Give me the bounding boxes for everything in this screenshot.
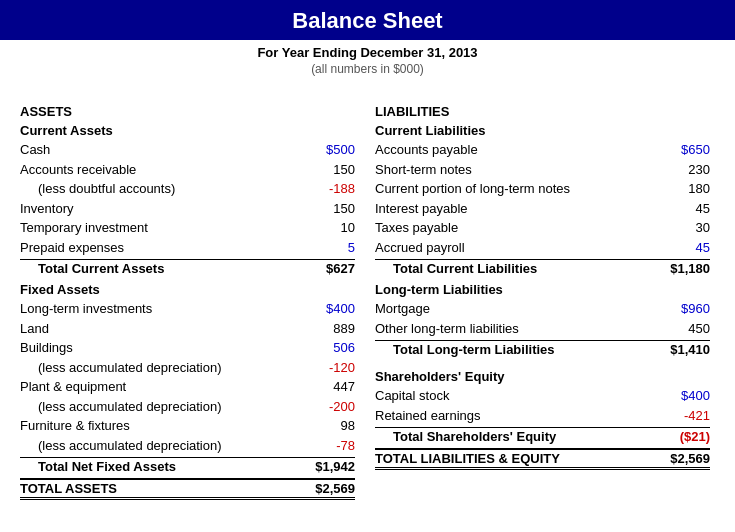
item-value: $960 xyxy=(650,299,710,319)
item-label: Long-term investments xyxy=(20,299,295,319)
item-value: $500 xyxy=(295,140,355,160)
list-item: Capital stock $400 xyxy=(375,386,710,406)
list-item: Mortgage $960 xyxy=(375,299,710,319)
subtitle: For Year Ending December 31, 2013 xyxy=(0,45,735,60)
item-label: (less accumulated depreciation) xyxy=(20,358,295,378)
item-label: Capital stock xyxy=(375,386,650,406)
list-item: Long-term investments $400 xyxy=(20,299,355,319)
subtitle2: (all numbers in $000) xyxy=(0,62,735,76)
header: Balance Sheet xyxy=(0,0,735,40)
item-value: $400 xyxy=(650,386,710,406)
item-value: 98 xyxy=(295,416,355,436)
item-value: 180 xyxy=(650,179,710,199)
item-value: 150 xyxy=(295,199,355,219)
item-label: Short-term notes xyxy=(375,160,650,180)
item-label: Temporary investment xyxy=(20,218,295,238)
longterm-liabilities-label: Long-term Liabilities xyxy=(375,282,710,297)
item-value: 30 xyxy=(650,218,710,238)
total-value: $1,942 xyxy=(295,459,355,474)
list-item: Prepaid expenses 5 xyxy=(20,238,355,258)
grand-total-label: TOTAL LIABILITIES & EQUITY xyxy=(375,451,650,466)
list-item: Cash $500 xyxy=(20,140,355,160)
total-label: Total Current Liabilities xyxy=(375,261,650,276)
item-value: $650 xyxy=(650,140,710,160)
total-label: Total Long-term Liabilities xyxy=(375,342,650,357)
item-value: 45 xyxy=(650,238,710,258)
grand-total-label: TOTAL ASSETS xyxy=(20,481,295,496)
list-item: (less doubtful accounts) -188 xyxy=(20,179,355,199)
list-item: Taxes payable 30 xyxy=(375,218,710,238)
item-value: -188 xyxy=(295,179,355,199)
item-label: Inventory xyxy=(20,199,295,219)
assets-section-label: ASSETS xyxy=(20,104,355,119)
total-label: Total Net Fixed Assets xyxy=(20,459,295,474)
item-label: Interest payable xyxy=(375,199,650,219)
list-item: Interest payable 45 xyxy=(375,199,710,219)
item-value: 230 xyxy=(650,160,710,180)
page-title: Balance Sheet xyxy=(0,8,735,34)
total-fixed-assets: Total Net Fixed Assets $1,942 xyxy=(20,457,355,474)
total-current-liabilities: Total Current Liabilities $1,180 xyxy=(375,259,710,276)
list-item: Land 889 xyxy=(20,319,355,339)
total-label: Total Shareholders' Equity xyxy=(375,429,650,444)
item-label: Taxes payable xyxy=(375,218,650,238)
list-item: Furniture & fixtures 98 xyxy=(20,416,355,436)
item-label: Land xyxy=(20,319,295,339)
item-label: Accounts payable xyxy=(375,140,650,160)
item-label: Cash xyxy=(20,140,295,160)
item-value: 10 xyxy=(295,218,355,238)
total-value: $1,410 xyxy=(650,342,710,357)
total-label: Total Current Assets xyxy=(20,261,295,276)
item-label: Buildings xyxy=(20,338,295,358)
item-value: -78 xyxy=(295,436,355,456)
total-liabilities-equity: TOTAL LIABILITIES & EQUITY $2,569 xyxy=(375,448,710,470)
item-label: Furniture & fixtures xyxy=(20,416,295,436)
list-item: Accounts receivable 150 xyxy=(20,160,355,180)
item-value: 447 xyxy=(295,377,355,397)
item-value: 450 xyxy=(650,319,710,339)
list-item: (less accumulated depreciation) -200 xyxy=(20,397,355,417)
list-item: Temporary investment 10 xyxy=(20,218,355,238)
item-label: Prepaid expenses xyxy=(20,238,295,258)
item-label: Current portion of long-term notes xyxy=(375,179,650,199)
liabilities-section-label: LIABILITIES xyxy=(375,104,710,119)
total-value: $1,180 xyxy=(650,261,710,276)
list-item: Inventory 150 xyxy=(20,199,355,219)
item-value: 889 xyxy=(295,319,355,339)
item-value: 150 xyxy=(295,160,355,180)
fixed-assets-label: Fixed Assets xyxy=(20,282,355,297)
item-label: Retained earnings xyxy=(375,406,650,426)
item-label: Accounts receivable xyxy=(20,160,295,180)
list-item: Accounts payable $650 xyxy=(375,140,710,160)
total-value: ($21) xyxy=(650,429,710,444)
item-value: 506 xyxy=(295,338,355,358)
total-value: $627 xyxy=(295,261,355,276)
total-longterm-liabilities: Total Long-term Liabilities $1,410 xyxy=(375,340,710,357)
current-assets-label: Current Assets xyxy=(20,123,355,138)
list-item: Current portion of long-term notes 180 xyxy=(375,179,710,199)
item-value: 5 xyxy=(295,238,355,258)
list-item: (less accumulated depreciation) -120 xyxy=(20,358,355,378)
list-item: (less accumulated depreciation) -78 xyxy=(20,436,355,456)
item-label: (less doubtful accounts) xyxy=(20,179,295,199)
item-value: 45 xyxy=(650,199,710,219)
item-label: Plant & equipment xyxy=(20,377,295,397)
list-item: Buildings 506 xyxy=(20,338,355,358)
item-value: -200 xyxy=(295,397,355,417)
item-value: -421 xyxy=(650,406,710,426)
liabilities-column: LIABILITIES Current Liabilities Accounts… xyxy=(365,96,720,500)
equity-label: Shareholders' Equity xyxy=(375,369,710,384)
total-equity: Total Shareholders' Equity ($21) xyxy=(375,427,710,444)
item-label: Accrued payroll xyxy=(375,238,650,258)
current-liabilities-label: Current Liabilities xyxy=(375,123,710,138)
grand-total-value: $2,569 xyxy=(295,481,355,496)
grand-total-value: $2,569 xyxy=(650,451,710,466)
item-value: -120 xyxy=(295,358,355,378)
list-item: Retained earnings -421 xyxy=(375,406,710,426)
item-label: (less accumulated depreciation) xyxy=(20,397,295,417)
item-value: $400 xyxy=(295,299,355,319)
total-assets: TOTAL ASSETS $2,569 xyxy=(20,478,355,500)
item-label: Other long-term liabilities xyxy=(375,319,650,339)
total-current-assets: Total Current Assets $627 xyxy=(20,259,355,276)
list-item: Other long-term liabilities 450 xyxy=(375,319,710,339)
